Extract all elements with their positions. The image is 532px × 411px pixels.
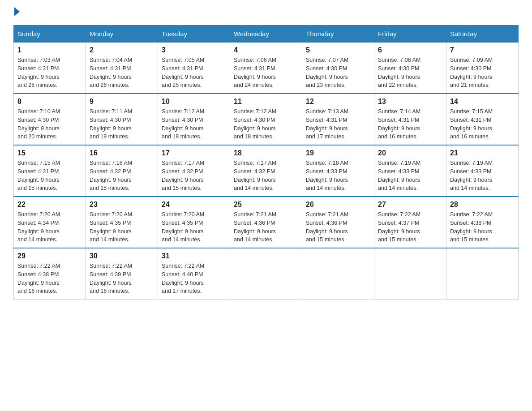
day-cell: [230, 248, 302, 300]
day-number: 8: [17, 98, 82, 106]
day-info: Sunrise: 7:17 AM Sunset: 4:32 PM Dayligh…: [234, 159, 298, 193]
day-number: 9: [90, 98, 154, 106]
day-number: 2: [90, 46, 154, 54]
week-row-4: 22 Sunrise: 7:20 AM Sunset: 4:34 PM Dayl…: [14, 197, 519, 248]
day-info: Sunrise: 7:13 AM Sunset: 4:31 PM Dayligh…: [306, 107, 370, 141]
calendar-table: SundayMondayTuesdayWednesdayThursdayFrid…: [13, 25, 519, 300]
day-number: 16: [90, 149, 154, 157]
header-cell-saturday: Saturday: [446, 26, 519, 43]
day-info: Sunrise: 7:10 AM Sunset: 4:30 PM Dayligh…: [17, 107, 82, 141]
day-cell: 7 Sunrise: 7:09 AM Sunset: 4:30 PM Dayli…: [446, 43, 519, 94]
day-info: Sunrise: 7:14 AM Sunset: 4:31 PM Dayligh…: [378, 107, 442, 141]
day-info: Sunrise: 7:17 AM Sunset: 4:32 PM Dayligh…: [162, 159, 226, 193]
day-cell: 31 Sunrise: 7:22 AM Sunset: 4:40 PM Dayl…: [158, 248, 230, 300]
day-number: 10: [162, 98, 226, 106]
day-info: Sunrise: 7:16 AM Sunset: 4:32 PM Dayligh…: [90, 159, 154, 193]
day-number: 28: [450, 201, 515, 209]
day-number: 27: [378, 201, 442, 209]
day-number: 21: [450, 149, 515, 157]
week-row-3: 15 Sunrise: 7:15 AM Sunset: 4:31 PM Dayl…: [14, 145, 519, 197]
day-cell: 10 Sunrise: 7:12 AM Sunset: 4:30 PM Dayl…: [158, 94, 230, 145]
day-number: 1: [17, 46, 82, 54]
day-cell: 27 Sunrise: 7:22 AM Sunset: 4:37 PM Dayl…: [374, 197, 446, 248]
header-cell-friday: Friday: [374, 26, 446, 43]
header-cell-tuesday: Tuesday: [158, 26, 230, 43]
day-number: 14: [450, 98, 515, 106]
day-cell: [446, 248, 519, 300]
day-cell: 9 Sunrise: 7:11 AM Sunset: 4:30 PM Dayli…: [86, 94, 158, 145]
day-info: Sunrise: 7:20 AM Sunset: 4:35 PM Dayligh…: [162, 210, 226, 244]
day-cell: 30 Sunrise: 7:22 AM Sunset: 4:39 PM Dayl…: [86, 248, 158, 300]
day-info: Sunrise: 7:20 AM Sunset: 4:34 PM Dayligh…: [17, 210, 82, 244]
day-number: 6: [378, 46, 442, 54]
day-number: 22: [17, 201, 82, 209]
day-number: 3: [162, 46, 226, 54]
day-info: Sunrise: 7:15 AM Sunset: 4:31 PM Dayligh…: [17, 159, 82, 193]
week-row-2: 8 Sunrise: 7:10 AM Sunset: 4:30 PM Dayli…: [14, 94, 519, 145]
day-cell: 19 Sunrise: 7:18 AM Sunset: 4:33 PM Dayl…: [302, 145, 374, 197]
day-info: Sunrise: 7:04 AM Sunset: 4:31 PM Dayligh…: [90, 56, 154, 90]
day-number: 5: [306, 46, 370, 54]
day-number: 12: [306, 98, 370, 106]
day-info: Sunrise: 7:22 AM Sunset: 4:37 PM Dayligh…: [378, 210, 442, 244]
day-number: 26: [306, 201, 370, 209]
day-cell: 17 Sunrise: 7:17 AM Sunset: 4:32 PM Dayl…: [158, 145, 230, 197]
day-number: 11: [234, 98, 298, 106]
header-cell-wednesday: Wednesday: [230, 26, 302, 43]
day-info: Sunrise: 7:20 AM Sunset: 4:35 PM Dayligh…: [90, 210, 154, 244]
day-cell: 13 Sunrise: 7:14 AM Sunset: 4:31 PM Dayl…: [374, 94, 446, 145]
day-cell: 5 Sunrise: 7:07 AM Sunset: 4:30 PM Dayli…: [302, 43, 374, 94]
week-row-1: 1 Sunrise: 7:03 AM Sunset: 4:31 PM Dayli…: [14, 43, 519, 94]
day-info: Sunrise: 7:11 AM Sunset: 4:30 PM Dayligh…: [90, 107, 154, 141]
day-number: 13: [378, 98, 442, 106]
day-info: Sunrise: 7:18 AM Sunset: 4:33 PM Dayligh…: [306, 159, 370, 193]
day-cell: 21 Sunrise: 7:19 AM Sunset: 4:33 PM Dayl…: [446, 145, 519, 197]
calendar-body: 1 Sunrise: 7:03 AM Sunset: 4:31 PM Dayli…: [14, 43, 519, 300]
day-info: Sunrise: 7:19 AM Sunset: 4:33 PM Dayligh…: [450, 159, 515, 193]
day-cell: 23 Sunrise: 7:20 AM Sunset: 4:35 PM Dayl…: [86, 197, 158, 248]
day-cell: 8 Sunrise: 7:10 AM Sunset: 4:30 PM Dayli…: [14, 94, 86, 145]
day-number: 17: [162, 149, 226, 157]
day-cell: 20 Sunrise: 7:19 AM Sunset: 4:33 PM Dayl…: [374, 145, 446, 197]
day-cell: 22 Sunrise: 7:20 AM Sunset: 4:34 PM Dayl…: [14, 197, 86, 248]
day-info: Sunrise: 7:21 AM Sunset: 4:36 PM Dayligh…: [306, 210, 370, 244]
day-info: Sunrise: 7:05 AM Sunset: 4:31 PM Dayligh…: [162, 56, 226, 90]
day-number: 24: [162, 201, 226, 209]
day-number: 30: [90, 252, 154, 260]
page-header: [13, 9, 519, 16]
day-number: 25: [234, 201, 298, 209]
day-cell: 2 Sunrise: 7:04 AM Sunset: 4:31 PM Dayli…: [86, 43, 158, 94]
day-cell: 11 Sunrise: 7:12 AM Sunset: 4:30 PM Dayl…: [230, 94, 302, 145]
day-info: Sunrise: 7:08 AM Sunset: 4:30 PM Dayligh…: [378, 56, 442, 90]
day-info: Sunrise: 7:22 AM Sunset: 4:39 PM Dayligh…: [90, 262, 154, 295]
day-info: Sunrise: 7:12 AM Sunset: 4:30 PM Dayligh…: [162, 107, 226, 141]
day-cell: 6 Sunrise: 7:08 AM Sunset: 4:30 PM Dayli…: [374, 43, 446, 94]
day-cell: 14 Sunrise: 7:15 AM Sunset: 4:31 PM Dayl…: [446, 94, 519, 145]
day-cell: 3 Sunrise: 7:05 AM Sunset: 4:31 PM Dayli…: [158, 43, 230, 94]
header-cell-thursday: Thursday: [302, 26, 374, 43]
day-info: Sunrise: 7:12 AM Sunset: 4:30 PM Dayligh…: [234, 107, 298, 141]
week-row-5: 29 Sunrise: 7:22 AM Sunset: 4:38 PM Dayl…: [14, 248, 519, 300]
day-info: Sunrise: 7:22 AM Sunset: 4:40 PM Dayligh…: [162, 262, 226, 295]
day-cell: 15 Sunrise: 7:15 AM Sunset: 4:31 PM Dayl…: [14, 145, 86, 197]
day-cell: 16 Sunrise: 7:16 AM Sunset: 4:32 PM Dayl…: [86, 145, 158, 197]
day-number: 18: [234, 149, 298, 157]
day-cell: 29 Sunrise: 7:22 AM Sunset: 4:38 PM Dayl…: [14, 248, 86, 300]
day-info: Sunrise: 7:19 AM Sunset: 4:33 PM Dayligh…: [378, 159, 442, 193]
day-info: Sunrise: 7:09 AM Sunset: 4:30 PM Dayligh…: [450, 56, 515, 90]
logo: [13, 9, 20, 16]
day-number: 20: [378, 149, 442, 157]
day-info: Sunrise: 7:07 AM Sunset: 4:30 PM Dayligh…: [306, 56, 370, 90]
day-info: Sunrise: 7:22 AM Sunset: 4:38 PM Dayligh…: [17, 262, 82, 295]
day-cell: 25 Sunrise: 7:21 AM Sunset: 4:36 PM Dayl…: [230, 197, 302, 248]
day-info: Sunrise: 7:22 AM Sunset: 4:38 PM Dayligh…: [450, 210, 515, 244]
calendar-header: SundayMondayTuesdayWednesdayThursdayFrid…: [14, 26, 519, 43]
day-cell: 18 Sunrise: 7:17 AM Sunset: 4:32 PM Dayl…: [230, 145, 302, 197]
day-cell: 4 Sunrise: 7:06 AM Sunset: 4:31 PM Dayli…: [230, 43, 302, 94]
day-cell: 24 Sunrise: 7:20 AM Sunset: 4:35 PM Dayl…: [158, 197, 230, 248]
day-info: Sunrise: 7:15 AM Sunset: 4:31 PM Dayligh…: [450, 107, 515, 141]
day-cell: 12 Sunrise: 7:13 AM Sunset: 4:31 PM Dayl…: [302, 94, 374, 145]
day-number: 31: [162, 252, 226, 260]
header-cell-monday: Monday: [86, 26, 158, 43]
day-number: 4: [234, 46, 298, 54]
